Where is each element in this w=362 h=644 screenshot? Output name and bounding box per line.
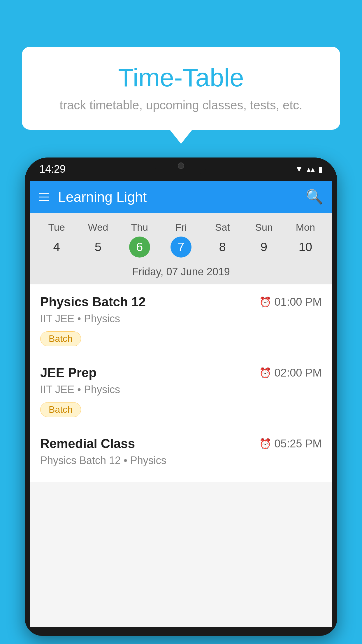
day-number[interactable]: 5 bbox=[87, 237, 108, 258]
class-subject: Physics Batch 12 • Physics bbox=[40, 454, 322, 467]
class-name: Remedial Class bbox=[40, 436, 135, 451]
app-header: Learning Light 🔍 bbox=[30, 181, 332, 213]
day-name: Sun bbox=[255, 222, 273, 233]
day-name: Thu bbox=[131, 222, 148, 233]
bubble-title: Time-Table bbox=[39, 63, 323, 92]
class-time: ⏰ 01:00 PM bbox=[259, 296, 322, 308]
bubble-subtitle: track timetable, upcoming classes, tests… bbox=[39, 98, 323, 112]
class-subject: IIT JEE • Physics bbox=[40, 384, 322, 396]
day-number[interactable]: 8 bbox=[212, 237, 233, 258]
class-header: Remedial Class⏰ 05:25 PM bbox=[40, 436, 322, 451]
day-col[interactable]: Thu6 bbox=[129, 222, 150, 258]
class-name: JEE Prep bbox=[40, 365, 96, 380]
day-name: Tue bbox=[48, 222, 65, 233]
class-name: Physics Batch 12 bbox=[40, 295, 146, 309]
battery-icon: ▮ bbox=[318, 164, 323, 174]
class-header: JEE Prep⏰ 02:00 PM bbox=[40, 365, 322, 380]
phone-wrapper: 14:29 ▼ ▴▴ ▮ Learning Light 🔍 bbox=[25, 158, 337, 644]
speech-bubble-wrapper: Time-Table track timetable, upcoming cla… bbox=[22, 47, 340, 130]
class-list: Physics Batch 12⏰ 01:00 PMIIT JEE • Phys… bbox=[30, 284, 332, 482]
class-time: ⏰ 05:25 PM bbox=[259, 438, 322, 450]
days-row: Tue4Wed5Thu6Fri7Sat8Sun9Mon10 bbox=[30, 219, 332, 260]
day-col[interactable]: Tue4 bbox=[46, 222, 67, 258]
day-name: Mon bbox=[296, 222, 315, 233]
front-camera bbox=[178, 162, 184, 169]
status-icons: ▼ ▴▴ ▮ bbox=[295, 164, 323, 174]
calendar-section: Tue4Wed5Thu6Fri7Sat8Sun9Mon10 Friday, 07… bbox=[30, 213, 332, 284]
day-number[interactable]: 10 bbox=[295, 237, 316, 258]
hamburger-menu-icon[interactable] bbox=[39, 193, 49, 201]
day-number[interactable]: 7 bbox=[171, 237, 191, 258]
day-col[interactable]: Mon10 bbox=[295, 222, 316, 258]
phone-device: 14:29 ▼ ▴▴ ▮ Learning Light 🔍 bbox=[25, 158, 337, 636]
clock-icon: ⏰ bbox=[259, 367, 271, 379]
day-name: Fri bbox=[175, 222, 187, 233]
day-col[interactable]: Sat8 bbox=[212, 222, 233, 258]
day-col[interactable]: Sun9 bbox=[254, 222, 275, 258]
day-col[interactable]: Wed5 bbox=[87, 222, 108, 258]
class-time: ⏰ 02:00 PM bbox=[259, 367, 322, 379]
class-item[interactable]: Physics Batch 12⏰ 01:00 PMIIT JEE • Phys… bbox=[30, 284, 332, 355]
day-number[interactable]: 4 bbox=[46, 237, 67, 258]
search-icon[interactable]: 🔍 bbox=[306, 189, 323, 205]
class-item[interactable]: JEE Prep⏰ 02:00 PMIIT JEE • PhysicsBatch bbox=[30, 355, 332, 426]
signal-icon: ▴▴ bbox=[307, 164, 315, 174]
day-name: Sat bbox=[215, 222, 230, 233]
speech-bubble: Time-Table track timetable, upcoming cla… bbox=[22, 47, 340, 130]
phone-notch bbox=[155, 158, 207, 174]
app-screen: Learning Light 🔍 Tue4Wed5Thu6Fri7Sat8Sun… bbox=[30, 181, 332, 627]
status-time: 14:29 bbox=[39, 163, 66, 175]
class-item[interactable]: Remedial Class⏰ 05:25 PMPhysics Batch 12… bbox=[30, 426, 332, 482]
day-number[interactable]: 6 bbox=[129, 237, 150, 258]
app-title: Learning Light bbox=[58, 189, 306, 205]
class-header: Physics Batch 12⏰ 01:00 PM bbox=[40, 295, 322, 309]
batch-tag: Batch bbox=[40, 331, 81, 346]
batch-tag: Batch bbox=[40, 402, 81, 417]
day-number[interactable]: 9 bbox=[254, 237, 275, 258]
day-name: Wed bbox=[88, 222, 108, 233]
selected-date-label: Friday, 07 June 2019 bbox=[30, 260, 332, 284]
class-subject: IIT JEE • Physics bbox=[40, 313, 322, 325]
clock-icon: ⏰ bbox=[259, 438, 271, 449]
clock-icon: ⏰ bbox=[259, 296, 271, 308]
day-col[interactable]: Fri7 bbox=[171, 222, 191, 258]
wifi-icon: ▼ bbox=[295, 164, 303, 174]
